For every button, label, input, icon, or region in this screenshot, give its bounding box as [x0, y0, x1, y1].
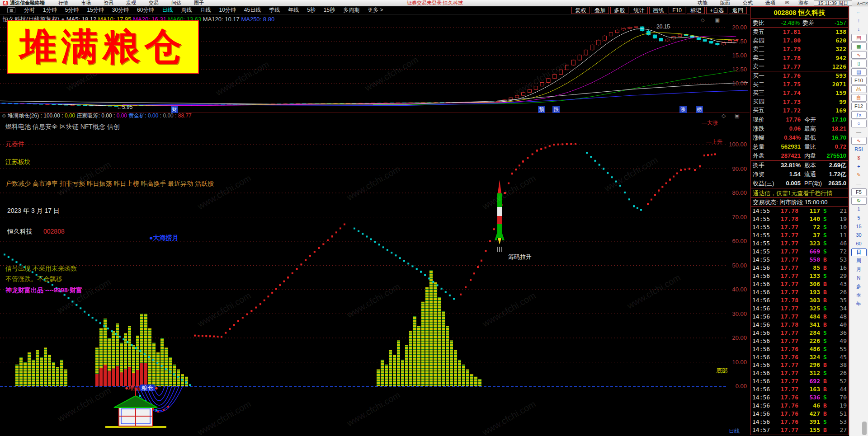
period-n[interactable]: N	[851, 274, 867, 282]
period-tab-10分钟[interactable]: 10分钟	[215, 7, 240, 13]
period-15min[interactable]: 15	[851, 222, 867, 231]
period-60min[interactable]: 60	[851, 239, 867, 248]
indicator-corner-icons[interactable]: ◇ ▣	[722, 113, 743, 119]
period-tab-1分钟[interactable]: 1分钟	[39, 7, 61, 13]
buy-level-row[interactable]: 买二17.752071	[751, 80, 848, 89]
period-week[interactable]: 周	[851, 257, 867, 265]
f12-icon[interactable]: F12	[851, 103, 867, 110]
toolbar-button-多股[interactable]: 多股	[610, 7, 628, 14]
level2-promo-notice[interactable]: 通达信，仅需1元查看千档行情	[751, 188, 848, 198]
menu-资讯[interactable]: 资讯	[104, 0, 126, 5]
quote-grid-icon[interactable]: ▦	[851, 42, 867, 50]
menu-公式[interactable]: 公式	[736, 0, 759, 5]
period-tab-日线[interactable]: 日线	[158, 7, 177, 13]
sell-level-row[interactable]: 卖五17.81138	[751, 28, 848, 36]
period-tab-30分钟[interactable]: 30分钟	[108, 7, 133, 13]
scrollbar-thumb[interactable]	[862, 422, 867, 435]
close-button[interactable]: ×	[865, 1, 868, 6]
menu-市场[interactable]: 市场	[81, 0, 104, 5]
buy-level-row[interactable]: 买四17.7399	[751, 98, 848, 106]
period-tab-月线[interactable]: 月线	[196, 7, 215, 13]
event-marker-涨[interactable]: 涨	[679, 106, 687, 113]
event-marker-财[interactable]: 财	[171, 106, 178, 113]
period-tab-15分钟[interactable]: 15分钟	[83, 7, 108, 13]
period-tab-15秒[interactable]: 15秒	[320, 7, 339, 13]
wave-icon[interactable]: ∿	[851, 137, 867, 145]
period-multi[interactable]: 多	[851, 282, 867, 291]
chart-corner-icons[interactable]: ◇ ▣	[701, 17, 724, 23]
trend-line-icon[interactable]: ∿	[851, 51, 867, 59]
toolbar-button-标记[interactable]: 标记	[687, 7, 705, 14]
toolbar-button-统计[interactable]: 统计	[630, 7, 648, 14]
buy-level-row[interactable]: 买三17.74159	[751, 89, 848, 97]
back-arrow[interactable]: ←	[851, 8, 867, 16]
period-day[interactable]: 日	[851, 248, 867, 256]
period-30min[interactable]: 30	[851, 231, 867, 239]
stock-header[interactable]: 002808 恒久科技	[751, 7, 848, 19]
period-tab-5秒[interactable]: 5秒	[303, 7, 320, 13]
sell-level-row[interactable]: 卖四17.80620	[751, 36, 848, 45]
period-year[interactable]: 年	[851, 300, 867, 308]
f10-icon[interactable]: F10	[851, 77, 867, 84]
period-quarter[interactable]: 季	[851, 291, 867, 300]
period-tab-年线[interactable]: 年线	[284, 7, 303, 13]
menu-交易[interactable]: 交易	[149, 0, 171, 5]
formula-icon[interactable]: ƒx	[851, 111, 867, 119]
period-tab-更多 >[interactable]: 更多 >	[363, 7, 387, 13]
buy-level-row[interactable]: 买一17.76593	[751, 71, 848, 80]
toolbar-button-返回[interactable]: 返回	[729, 7, 747, 14]
orderbook-sell[interactable]: 卖五17.81138卖四17.80620卖三17.79322卖二17.78942…	[751, 28, 848, 71]
circle-icon[interactable]: ○	[851, 120, 867, 127]
sell-level-row[interactable]: 卖二17.78942	[751, 54, 848, 62]
refresh-icon[interactable]: ↻	[851, 197, 867, 205]
page-down-arrow[interactable]: ↓	[851, 25, 867, 33]
period-tab-45日线[interactable]: 45日线	[240, 7, 265, 13]
trade-tick-list[interactable]: 14:5517.78117S2114:5517.78140S1914:5517.…	[751, 207, 848, 435]
sell-level-row[interactable]: 卖一17.771226	[751, 62, 848, 71]
period-tab-多周期[interactable]: 多周期	[339, 7, 363, 13]
period-5min[interactable]: 5	[851, 214, 867, 222]
buy-level-row[interactable]: 买五17.72169	[751, 106, 848, 115]
period-tab-分时[interactable]: 分时	[20, 7, 39, 13]
kline-chart-panel[interactable]: 20.0017.5015.0012.5010.00 恒久科技(日线前复权) ● …	[0, 14, 750, 112]
menu-圈子[interactable]: 圈子	[194, 0, 217, 5]
indicator-panel[interactable]: 100.0090.0080.0070.0060.0050.0040.0030.0…	[0, 119, 750, 435]
toolbar-button-画线[interactable]: 画线	[649, 7, 667, 14]
event-marker-预[interactable]: 预	[538, 106, 545, 113]
toolbar-button-叠加[interactable]: 叠加	[591, 7, 609, 14]
orderbook-buy[interactable]: 买一17.76593买二17.752071买三17.74159买四17.7399…	[751, 71, 848, 115]
period-tab-60分钟[interactable]: 60分钟	[133, 7, 158, 13]
layout-grid-icon[interactable]: ▦	[7, 7, 15, 13]
move-cross-icon[interactable]: +	[851, 162, 867, 171]
kline-icon[interactable]: ▯	[851, 60, 867, 67]
f5-icon[interactable]: F5	[851, 188, 867, 196]
report-icon[interactable]: ▤	[851, 34, 867, 42]
indicator-title-row[interactable]: ⊙ 堆满粮仓(26) : 100.00 : 0.00 庄家吸筹: 0.00 : …	[0, 112, 750, 119]
sell-level-row[interactable]: 卖三17.79322	[751, 45, 848, 53]
period-1min[interactable]: 1	[851, 205, 867, 214]
block-tree-icon[interactable]: 品	[851, 85, 867, 93]
period-tab-5分钟[interactable]: 5分钟	[61, 7, 83, 13]
toolbar-button-复权[interactable]: 复权	[571, 7, 590, 14]
money-icon[interactable]: $	[851, 154, 867, 162]
menu-功能[interactable]: 功能	[691, 0, 714, 5]
toolbar-button-F10[interactable]: F10	[669, 7, 685, 14]
menu-发现[interactable]: 发现	[126, 0, 149, 5]
mail-icon[interactable]: ✉	[782, 0, 793, 6]
menu-问达[interactable]: 问达	[171, 0, 194, 5]
page-up-arrow[interactable]: ↑	[851, 16, 867, 25]
news-icon[interactable]: ▤	[851, 68, 867, 76]
rsi-icon[interactable]: RSI	[851, 145, 867, 154]
period-month[interactable]: 月	[851, 265, 867, 274]
user-label[interactable]: 游客	[793, 0, 814, 6]
period-tab-周线[interactable]: 周线	[177, 7, 196, 13]
period-tab-季线[interactable]: 季线	[265, 7, 284, 13]
menu-选项[interactable]: 选项	[759, 0, 782, 5]
custom-stock-icon[interactable]: 自	[851, 94, 867, 102]
menu-行情[interactable]: 行情	[58, 0, 81, 5]
menu-版面[interactable]: 版面	[714, 0, 736, 5]
toolbar-button-+自选[interactable]: +自选	[706, 7, 727, 14]
event-marker-榜[interactable]: 榜	[696, 106, 703, 113]
event-marker-跌[interactable]: 跌	[552, 106, 560, 113]
draw-pencil-icon[interactable]: ✎	[851, 171, 867, 179]
